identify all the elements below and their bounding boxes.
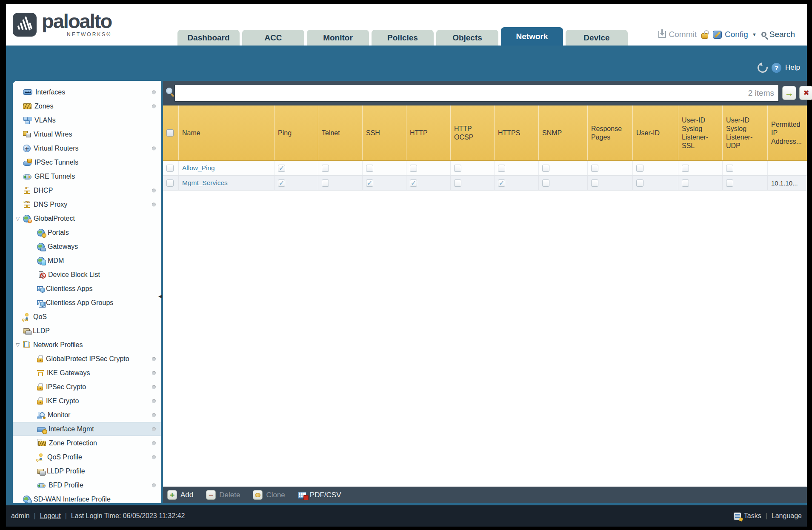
service-checkbox-snmp[interactable] (542, 180, 549, 187)
service-checkbox-user-id-syslog-listener-ssl[interactable] (682, 165, 689, 172)
sidebar-item-zone-protection[interactable]: Zone Protection (13, 436, 161, 450)
help-icon[interactable]: ? (772, 63, 781, 73)
sidebar-item-gre-tunnels[interactable]: GRE Tunnels (13, 169, 161, 183)
column-header-ping[interactable]: Ping (274, 105, 318, 160)
item-menu-dot-icon[interactable] (152, 385, 156, 389)
item-menu-dot-icon[interactable] (152, 399, 156, 403)
sidebar-item-virtual-wires[interactable]: Virtual Wires (13, 127, 161, 141)
service-checkbox-user-id-syslog-listener-udp[interactable] (726, 180, 733, 187)
item-menu-dot-icon[interactable] (152, 188, 156, 192)
apply-filter-button[interactable]: → (782, 86, 796, 100)
tasks-icon[interactable] (734, 513, 741, 520)
item-menu-dot-icon[interactable] (152, 441, 156, 445)
sidebar-item-mdm[interactable]: MDM (13, 254, 161, 268)
item-menu-dot-icon[interactable] (152, 104, 156, 108)
language-link[interactable]: Language (772, 512, 802, 520)
sidebar-item-ipsec-tunnels[interactable]: IPSec Tunnels (13, 155, 161, 169)
profile-name-link[interactable]: Mgmt_Services (182, 179, 228, 187)
add-button[interactable]: + Add (167, 490, 193, 500)
select-all-checkbox[interactable] (166, 129, 174, 137)
column-header-ssh[interactable]: SSH (363, 105, 406, 160)
expand-arrow-icon[interactable]: ▽ (16, 216, 20, 222)
pdf-csv-button[interactable]: PDF/CSV (298, 491, 341, 499)
service-checkbox-ping[interactable] (278, 165, 285, 172)
service-checkbox-user-id[interactable] (636, 165, 643, 172)
sidebar-item-monitor[interactable]: Monitor (13, 408, 161, 422)
sidebar-item-globalprotect-ipsec-crypto[interactable]: GlobalProtect IPSec Crypto (13, 352, 161, 366)
column-header-user-id-syslog-listener-udp[interactable]: User-ID Syslog Listener-UDP (723, 105, 768, 160)
service-checkbox-http[interactable] (410, 180, 417, 187)
sidebar-item-ike-gateways[interactable]: IKE Gateways (13, 366, 161, 380)
service-checkbox-user-id-syslog-listener-udp[interactable] (726, 165, 733, 172)
service-checkbox-response-pages[interactable] (591, 180, 598, 187)
tab-network[interactable]: Network (501, 27, 563, 46)
commit-button[interactable]: Commit (658, 30, 697, 39)
service-checkbox-https[interactable] (498, 165, 505, 172)
sidebar-item-sd-wan-interface-profile[interactable]: SD-WAN Interface Profile (13, 492, 161, 503)
column-header-response-pages[interactable]: Response Pages (588, 105, 633, 160)
sidebar-item-ike-crypto[interactable]: IKE Crypto (13, 394, 161, 408)
sidebar-item-ipsec-crypto[interactable]: IPSec Crypto (13, 380, 161, 394)
sidebar-item-bfd-profile[interactable]: BFD Profile (13, 478, 161, 492)
row-select-checkbox[interactable] (166, 165, 174, 172)
service-checkbox-response-pages[interactable] (591, 165, 598, 172)
column-header-snmp[interactable]: SNMP (539, 105, 588, 160)
item-menu-dot-icon[interactable] (152, 413, 156, 417)
help-link[interactable]: Help (785, 63, 800, 72)
column-header-http-ocsp[interactable]: HTTP OCSP (451, 105, 495, 160)
sidebar-item-qos-profile[interactable]: QoS Profile (13, 450, 161, 464)
sidebar-item-virtual-routers[interactable]: Virtual Routers (13, 141, 161, 155)
service-checkbox-http[interactable] (410, 165, 417, 172)
service-checkbox-ping[interactable] (278, 180, 285, 187)
item-menu-dot-icon[interactable] (152, 427, 156, 431)
search-button[interactable]: Search (761, 30, 795, 39)
sidebar-item-clientless-app-groups[interactable]: Clientless App Groups (13, 296, 161, 310)
item-menu-dot-icon[interactable] (152, 146, 156, 150)
service-checkbox-user-id[interactable] (636, 180, 643, 187)
lock-icon[interactable] (701, 33, 708, 39)
service-checkbox-ssh[interactable] (366, 180, 373, 187)
tab-acc[interactable]: ACC (242, 30, 304, 46)
tab-dashboard[interactable]: Dashboard (177, 30, 240, 46)
column-header-user-id-syslog-listener-ssl[interactable]: User-ID Syslog Listener-SSL (678, 105, 723, 160)
sidebar-item-dns-proxy[interactable]: DNS Proxy (13, 197, 161, 211)
tab-monitor[interactable]: Monitor (307, 30, 369, 46)
column-header-telnet[interactable]: Telnet (318, 105, 363, 160)
tab-device[interactable]: Device (566, 30, 628, 46)
tasks-link[interactable]: Tasks (744, 512, 761, 520)
sidebar-item-interfaces[interactable]: Interfaces (13, 85, 161, 99)
sidebar-item-globalprotect[interactable]: ▽GlobalProtect (13, 211, 161, 225)
service-checkbox-telnet[interactable] (322, 180, 329, 187)
collapse-pane-icon[interactable]: ◀ (158, 293, 162, 299)
service-checkbox-snmp[interactable] (542, 165, 549, 172)
item-menu-dot-icon[interactable] (152, 483, 156, 487)
service-checkbox-ssh[interactable] (366, 165, 373, 172)
config-menu-button[interactable]: Config ▼ (713, 30, 757, 39)
column-header-user-id[interactable]: User-ID (633, 105, 678, 160)
service-checkbox-https[interactable] (498, 180, 505, 187)
item-menu-dot-icon[interactable] (152, 357, 156, 361)
item-menu-dot-icon[interactable] (152, 371, 156, 375)
logout-link[interactable]: Logout (40, 512, 61, 520)
sidebar-item-gateways[interactable]: Gateways (13, 239, 161, 254)
column-header-https[interactable]: HTTPS (495, 105, 539, 160)
item-menu-dot-icon[interactable] (152, 202, 156, 206)
column-header-http[interactable]: HTTP (406, 105, 451, 160)
sidebar-item-device-block-list[interactable]: Device Block List (13, 268, 161, 282)
tab-objects[interactable]: Objects (436, 30, 498, 46)
column-header-name[interactable]: Name (179, 105, 274, 160)
row-select-checkbox[interactable] (166, 180, 174, 187)
sidebar-item-dhcp[interactable]: DHCP (13, 183, 161, 197)
column-header-permitted-ip-address[interactable]: Permitted IP Address... (768, 105, 807, 160)
sidebar-item-network-profiles[interactable]: ▽Network Profiles (13, 338, 161, 352)
sidebar-item-interface-mgmt[interactable]: Interface Mgmt (13, 422, 161, 436)
sidebar-item-clientless-apps[interactable]: Clientless Apps (13, 282, 161, 296)
expand-arrow-icon[interactable]: ▽ (16, 342, 20, 348)
sidebar-item-vlans[interactable]: VLANs (13, 113, 161, 127)
item-menu-dot-icon[interactable] (152, 90, 156, 94)
sidebar-item-zones[interactable]: Zones (13, 99, 161, 113)
service-checkbox-http-ocsp[interactable] (454, 180, 461, 187)
sidebar-item-lldp[interactable]: LLDP (13, 324, 161, 338)
clone-button[interactable]: Clone (253, 490, 285, 500)
tab-policies[interactable]: Policies (372, 30, 434, 46)
